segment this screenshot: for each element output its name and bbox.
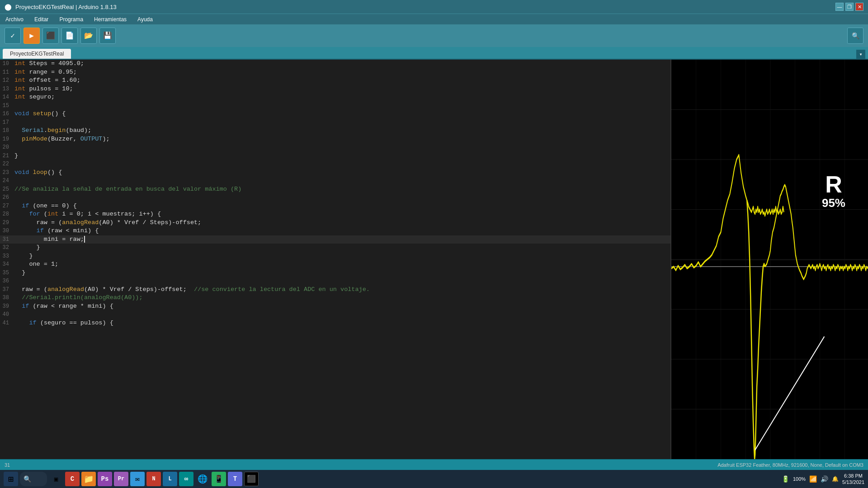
menu-programa[interactable]: Programa <box>57 15 85 23</box>
code-line-19: 19 pinMode(Buzzer, OUTPUT); <box>0 135 670 144</box>
taskbar-teams[interactable]: T <box>228 472 242 486</box>
line-number: 16 <box>0 110 13 118</box>
menu-bar: Archivo Editar Programa Herramientas Ayu… <box>0 14 868 24</box>
taskbar-pr[interactable]: Pr <box>114 472 128 486</box>
code-line-14: 14 int seguro; <box>0 93 670 102</box>
board-info: Adafruit ESP32 Feather, 80MHz, 921600, N… <box>717 462 863 468</box>
code-line-22: 22 <box>0 160 670 169</box>
start-button[interactable]: ⊞ <box>4 472 18 486</box>
line-number: 17 <box>0 118 13 127</box>
code-line-30: 30 if (raw < mini) { <box>0 227 670 235</box>
line-number: 28 <box>0 210 13 219</box>
line-number: 38 <box>0 294 13 302</box>
ekg-signal <box>671 60 868 459</box>
line-number: 32 <box>0 244 13 252</box>
taskbar-chrome[interactable]: 🌐 <box>195 472 210 486</box>
notification-icon[interactable]: 🔔 <box>832 476 839 482</box>
menu-herramientas[interactable]: Herramientas <box>92 15 128 23</box>
debug-button[interactable]: ⬛ <box>42 28 59 44</box>
menu-archivo[interactable]: Archivo <box>4 15 25 23</box>
taskbar-files[interactable]: 📁 <box>81 472 96 486</box>
line-number: 12 <box>0 76 13 85</box>
upload-button[interactable]: ▶ <box>24 28 40 44</box>
line-number: 10 <box>0 60 13 68</box>
taskbar-whatsapp[interactable]: 📱 <box>212 472 226 486</box>
line-number: 39 <box>0 302 13 311</box>
code-line-29: 29 raw = (analogRead(A0) * Vref / Steps)… <box>0 219 670 227</box>
title-bar-controls[interactable]: — ❐ ✕ <box>835 3 863 11</box>
line-number: 35 <box>0 269 13 277</box>
taskbar-mail[interactable]: ✉ <box>130 472 145 486</box>
window-title: ProyectoEKGTestReal | Arduino 1.8.13 <box>15 4 117 10</box>
line-number: 15 <box>0 102 13 110</box>
maximize-button[interactable]: ❐ <box>845 3 854 11</box>
line-content: //Serial.println(analogRead(A0)); <box>13 294 670 302</box>
taskbar-arduino[interactable]: ∞ <box>179 472 193 486</box>
save-button[interactable]: 💾 <box>99 28 116 44</box>
line-number: 41 <box>0 319 13 328</box>
code-line-33: 33 } <box>0 252 670 261</box>
taskbar-psych[interactable]: Ps <box>98 472 112 486</box>
line-content: if (one == 0) { <box>13 202 670 211</box>
code-line-17: 17 <box>0 118 670 127</box>
r-percent: 95% <box>822 196 845 210</box>
code-line-12: 12 int offset = 1.60; <box>0 76 670 85</box>
clock[interactable]: 6:38 PM 5/13/2021 <box>842 473 864 486</box>
code-line-20: 20 <box>0 143 670 152</box>
title-bar-left: ⬤ ProyectoEKGTestReal | Arduino 1.8.13 <box>5 3 117 10</box>
code-line-11: 11 int range = 0.95; <box>0 68 670 77</box>
line-number: 30 <box>0 227 13 235</box>
r-letter: R <box>822 173 845 196</box>
battery-percent: 100% <box>793 476 806 482</box>
close-button[interactable]: ✕ <box>855 3 863 11</box>
line-content: if (raw < mini) { <box>13 227 670 235</box>
menu-ayuda[interactable]: Ayuda <box>136 15 155 23</box>
code-line-36: 36 <box>0 277 670 286</box>
taskbar-arduino2[interactable]: ⬛ <box>244 472 259 486</box>
oscilloscope: R 95% <box>671 60 868 459</box>
code-line-32: 32 } <box>0 244 670 252</box>
tab-proyectoekgtestreal[interactable]: ProyectoEKGTestReal <box>3 49 71 59</box>
line-content: for (int i = 0; i < muestras; i++) { <box>13 210 670 219</box>
tab-scroll-button[interactable]: ▾ <box>856 50 865 59</box>
new-button[interactable]: 📄 <box>61 28 78 44</box>
menu-editar[interactable]: Editar <box>33 15 50 23</box>
line-content: one = 1; <box>13 260 670 269</box>
code-line-37: 37 raw = (analogRead(A0) * Vref / Steps)… <box>0 286 670 294</box>
minimize-button[interactable]: — <box>835 3 844 11</box>
serial-panel: R 95% <box>670 60 868 459</box>
clock-time: 6:38 PM <box>842 473 864 479</box>
task-view-button[interactable]: ▣ <box>49 472 63 486</box>
code-lines: 10 int Steps = 4095.0; 11 int range = 0.… <box>0 60 670 327</box>
code-line-34: 34 one = 1; <box>0 260 670 269</box>
serial-monitor-button[interactable]: 🔍 <box>847 28 863 44</box>
line-content: } <box>13 252 670 261</box>
line-number: 25 <box>0 185 13 194</box>
line-number: 21 <box>0 152 13 160</box>
taskbar-netflix[interactable]: N <box>146 472 161 486</box>
code-line-38: 38 //Serial.println(analogRead(A0)); <box>0 294 670 302</box>
code-line-35: 35 } <box>0 269 670 277</box>
network-icon: 📶 <box>809 475 817 483</box>
line-content: Serial.begin(baud); <box>13 127 670 135</box>
line-content: raw = (analogRead(A0) * Vref / Steps)-of… <box>13 286 670 294</box>
taskbar-lnk[interactable]: L <box>163 472 177 486</box>
line-content: raw = (analogRead(A0) * Vref / Steps)-of… <box>13 219 670 227</box>
line-content: int Steps = 4095.0; <box>13 60 670 68</box>
open-button[interactable]: 📂 <box>80 28 97 44</box>
line-number: 40 <box>0 310 13 319</box>
clock-date: 5/13/2021 <box>842 479 864 485</box>
line-number: 27 <box>0 202 13 211</box>
code-line-31: 31 mini = raw; <box>0 235 670 244</box>
search-button[interactable]: 🔍 <box>20 472 47 486</box>
code-editor[interactable]: 10 int Steps = 4095.0; 11 int range = 0.… <box>0 60 670 459</box>
line-content: int pulsos = 10; <box>13 85 670 94</box>
taskbar-cortana[interactable]: C <box>65 472 80 486</box>
line-number: 23 <box>0 169 13 177</box>
verify-button[interactable]: ✓ <box>5 28 21 44</box>
line-number: 26 <box>0 193 13 202</box>
r-wave-label: R 95% <box>822 173 845 210</box>
code-line-23: 23 void loop() { <box>0 169 670 177</box>
code-line-10: 10 int Steps = 4095.0; <box>0 60 670 68</box>
line-number: 19 <box>0 135 13 144</box>
